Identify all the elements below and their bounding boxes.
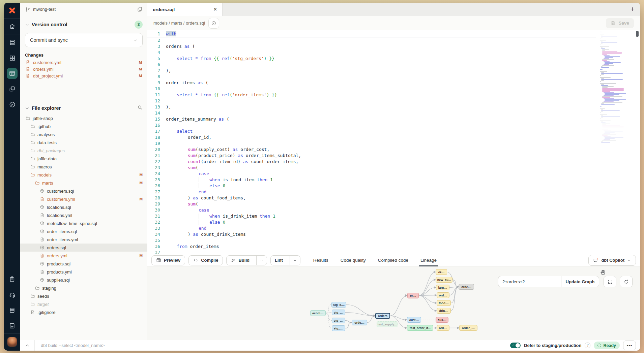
code-line-6[interactable]: 6 — [147, 62, 596, 68]
new-tab-button[interactable]: + — [631, 5, 635, 13]
close-tab-icon[interactable]: × — [214, 7, 217, 12]
tree-item-marts[interactable]: martsM — [20, 179, 147, 187]
code-line-8[interactable]: 8 — [147, 74, 596, 80]
lineage-node-y6[interactable]: drin.... — [437, 308, 451, 314]
help-info-icon[interactable]: ? — [585, 343, 590, 348]
tree-item-jaffle-data[interactable]: jaffle-data — [20, 155, 147, 163]
code-line-33[interactable]: 33 end — [147, 225, 596, 231]
copy-icon[interactable] — [137, 6, 143, 12]
tree-item-orders-sql[interactable]: orders.sql — [20, 244, 147, 252]
code-line-27[interactable]: 27 end — [147, 189, 596, 195]
expand-command-bar-button[interactable] — [20, 340, 35, 351]
tree-item-metricflow-time-spine-sql[interactable]: metricflow_time_spine.sql — [20, 219, 147, 227]
lineage-node-oi[interactable]: orde.... — [352, 320, 367, 325]
save-button[interactable]: Save — [606, 18, 634, 28]
lineage-node-oly[interactable]: order_.... — [459, 325, 477, 331]
code-line-2[interactable]: 2 — [147, 37, 596, 43]
code-line-18[interactable]: 18 order_id, — [147, 134, 596, 140]
search-icon[interactable] — [137, 105, 143, 111]
user-avatar[interactable] — [7, 337, 17, 347]
lineage-node-orders[interactable]: orders — [375, 313, 390, 319]
code-line-4[interactable]: 4 — [147, 50, 596, 56]
update-graph-button[interactable]: Update Graph — [561, 276, 599, 287]
develop-ide-icon[interactable] — [4, 66, 20, 81]
code-line-28[interactable]: 28 ) as count_food_items, — [147, 195, 596, 201]
code-line-11[interactable]: 11 select * from {{ ref('order_items') }… — [147, 92, 596, 98]
tree-item-order-items-sql[interactable]: order_items.sql — [20, 227, 147, 235]
file-explorer-header[interactable]: File explorer — [20, 101, 147, 111]
code-line-24[interactable]: 24 case — [147, 171, 596, 177]
code-line-5[interactable]: 5 select * from {{ ref('stg_orders') }} — [147, 56, 596, 62]
lineage-node-y2[interactable]: new_cu... — [436, 277, 452, 283]
tree-item-staging[interactable]: staging — [20, 284, 147, 292]
tree-item-orders-yml[interactable]: orders.ymlM — [20, 252, 147, 260]
home-icon[interactable] — [4, 19, 20, 34]
tree-item-locations-yml[interactable]: locations.yml — [20, 211, 147, 219]
command-input[interactable]: dbt build --select <model_name> — [41, 343, 105, 348]
tree-item-locations-sql[interactable]: locations.sql — [20, 203, 147, 211]
code-line-3[interactable]: 3orders as ( — [147, 43, 596, 50]
refresh-button[interactable] — [620, 276, 633, 287]
defer-toggle[interactable] — [510, 343, 521, 348]
code-line-31[interactable]: 31 when is_drink_item then 1 — [147, 213, 596, 219]
code-line-23[interactable]: 23 sum( — [147, 165, 596, 171]
code-line-34[interactable]: 34 ) as count_drink_items — [147, 231, 596, 237]
lineage-node-y5[interactable]: food.... — [437, 300, 451, 306]
code-line-16[interactable]: 16 — [147, 122, 596, 128]
terminal-panel-icon[interactable] — [4, 318, 20, 333]
code-line-21[interactable]: 21 sum(product_price) as order_items_sub… — [147, 153, 596, 159]
lineage-node-orm[interactable]: or.... — [407, 293, 419, 298]
tree-item-models[interactable]: modelsM — [20, 171, 147, 179]
scrollbar-thumb[interactable] — [636, 31, 639, 37]
tab-results[interactable]: Results — [313, 254, 328, 266]
tree-item-order-items-yml[interactable]: order_items.yml — [20, 235, 147, 244]
tree-item--gitignore[interactable]: .gitignore — [20, 308, 147, 316]
code-line-14[interactable]: 14 — [147, 110, 596, 116]
code-line-7[interactable]: 7), — [147, 68, 596, 74]
code-line-30[interactable]: 30 case — [147, 207, 596, 213]
code-line-19[interactable]: 19 — [147, 140, 596, 147]
code-line-29[interactable]: 29 sum( — [147, 201, 596, 207]
tree-item-customers-yml[interactable]: customers.ymlM — [20, 195, 147, 203]
lineage-node-s2[interactable]: stg_.... — [332, 310, 345, 315]
code-line-20[interactable]: 20 sum(supply_cost) as order_cost, — [147, 147, 596, 153]
version-control-header[interactable]: Version control 3 — [20, 16, 147, 29]
build-options-chevron[interactable] — [256, 256, 267, 265]
lineage-node-cust[interactable]: cust.... — [407, 317, 421, 323]
lint-options-chevron[interactable] — [290, 256, 300, 265]
lint-button[interactable]: Lint — [271, 256, 287, 265]
more-options-button[interactable]: ••• — [623, 341, 636, 350]
commit-options-chevron[interactable] — [128, 33, 142, 47]
tab-orders-sql[interactable]: orders.sql × — [147, 3, 223, 16]
tab-code-quality[interactable]: Code quality — [341, 254, 366, 266]
code-line-37[interactable]: 37 — [147, 250, 596, 254]
lineage-node-oy7[interactable]: ord.... — [437, 325, 449, 331]
code-editor[interactable]: 1with23orders as (4 5 select * from {{ r… — [147, 30, 640, 254]
tree-item-data-tests[interactable]: data-tests — [20, 138, 147, 147]
tree-item-supplies-sql[interactable]: supplies.sql — [20, 276, 147, 284]
lineage-node-cusm[interactable]: cus.... — [436, 317, 448, 323]
tree-item-jaffle-shop[interactable]: jaffle-shop — [20, 114, 147, 122]
commit-and-sync-label[interactable]: Commit and sync — [25, 33, 128, 47]
code-line-9[interactable]: 9order_items as ( — [147, 80, 596, 86]
lineage-filter-input[interactable]: 2+orders+2 — [498, 276, 561, 287]
lineage-node-oex[interactable]: orde.... — [459, 284, 474, 290]
changelog-clipboard-icon[interactable] — [4, 271, 20, 287]
code-line-15[interactable]: 15order_items_summary as ( — [147, 116, 596, 122]
commit-and-sync-button[interactable]: Commit and sync — [25, 33, 143, 47]
code-lines[interactable]: 1with23orders as (4 5 select * from {{ r… — [147, 31, 596, 254]
tree-item-analyses[interactable]: analyses — [20, 130, 147, 138]
support-headset-icon[interactable] — [4, 287, 20, 302]
lineage-node-y1[interactable]: or.... — [436, 269, 447, 275]
code-line-1[interactable]: 1with — [147, 31, 596, 37]
lineage-node-y3[interactable]: larg.... — [436, 285, 449, 290]
code-line-22[interactable]: 22 count(order_item_id) as count_order_i… — [147, 159, 596, 165]
compile-button[interactable]: Compile — [188, 255, 223, 265]
code-line-12[interactable]: 12 — [147, 98, 596, 104]
code-line-35[interactable]: 35 — [147, 237, 596, 244]
preview-button[interactable]: Preview — [151, 255, 185, 265]
discover-compass-icon[interactable] — [4, 97, 20, 112]
tree-item--github[interactable]: .github — [20, 122, 147, 130]
tree-item-customers-sql[interactable]: customers.sql — [20, 187, 147, 195]
changed-file[interactable]: orders.ymlM — [20, 66, 147, 72]
